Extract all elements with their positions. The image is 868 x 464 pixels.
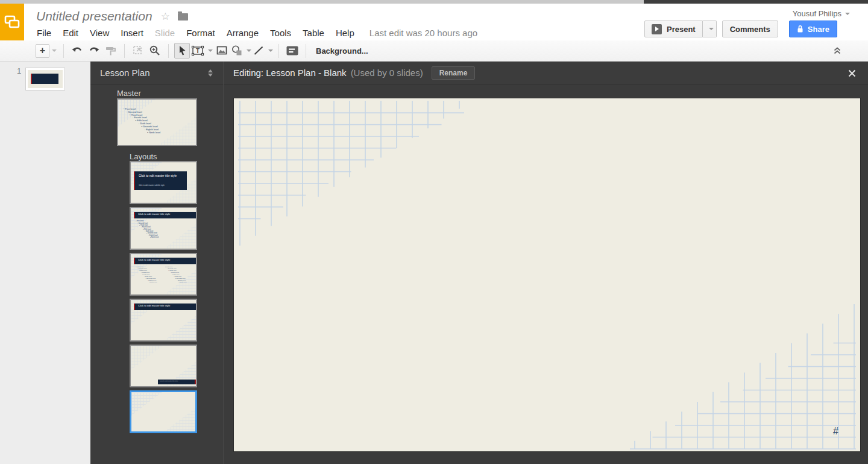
title-placeholder-bar: Click to edit master title style xyxy=(134,304,196,310)
layout-button[interactable] xyxy=(285,43,300,59)
insert-line-button[interactable] xyxy=(253,45,273,57)
paint-format-button[interactable] xyxy=(103,43,119,59)
last-edit-status[interactable]: Last edit was 20 hours ago xyxy=(370,28,477,38)
master-name[interactable]: Lesson Plan xyxy=(100,68,206,78)
chevron-down-icon xyxy=(709,28,714,30)
background-button[interactable]: Background... xyxy=(316,46,368,56)
star-icon[interactable]: ☆ xyxy=(161,10,170,23)
present-label: Present xyxy=(667,25,696,34)
share-label: Share xyxy=(808,25,829,34)
chevron-down-icon xyxy=(52,49,57,52)
slides-logo-icon xyxy=(3,13,21,31)
close-master-editor-button[interactable] xyxy=(845,66,858,80)
zoom-to-fit-button[interactable] xyxy=(130,43,146,59)
title-placeholder-box: Click to edit master title style Click t… xyxy=(134,171,186,190)
reorder-arrows-icon[interactable] xyxy=(206,68,215,78)
layout-thumbnail-caption[interactable]: Click to edit master title style xyxy=(130,345,197,387)
close-icon xyxy=(848,69,857,78)
subtitle-placeholder-text: Click to edit master subtitle style xyxy=(139,184,189,186)
layout-thumbnail-title-body[interactable]: Click to edit master title style ▪ First… xyxy=(130,207,197,250)
slide-canvas[interactable]: # xyxy=(234,98,860,451)
menu-slide: Slide xyxy=(155,28,175,38)
master-thumbnail[interactable]: ▪ First level◦ Second level▪ Third level… xyxy=(117,98,197,146)
menu-view[interactable]: View xyxy=(90,28,109,38)
toolbar-separator xyxy=(278,44,279,58)
slides-logo[interactable] xyxy=(0,4,24,40)
text-box-icon: T xyxy=(191,45,204,57)
select-tool-button[interactable] xyxy=(174,43,190,59)
insert-shape-button[interactable] xyxy=(231,45,251,57)
content-area: 1 Lesson Plan Master ▪ First level◦ Seco… xyxy=(0,62,868,464)
slide-number-placeholder: # xyxy=(833,426,838,437)
toolbar-separator xyxy=(168,44,169,58)
title-placeholder-text: Click to edit master title style xyxy=(138,212,197,215)
slide-filmstrip: 1 xyxy=(0,62,90,464)
editing-header-bar: Editing: Lesson Plan - Blank (Used by 0 … xyxy=(224,62,868,84)
master-layouts-panel: Lesson Plan Master ▪ First level◦ Second… xyxy=(90,62,223,464)
menu-insert[interactable]: Insert xyxy=(121,28,143,38)
chevron-down-icon xyxy=(208,49,213,52)
zoom-button[interactable] xyxy=(147,43,163,59)
thumb-corner-grid xyxy=(131,346,162,370)
folder-icon[interactable] xyxy=(178,13,188,21)
user-name: Yousuf Philips xyxy=(793,9,841,18)
layout-thumbnail-blank[interactable] xyxy=(130,390,197,433)
menu-format[interactable]: Format xyxy=(186,28,215,38)
account-menu[interactable]: Yousuf Philips xyxy=(793,9,850,18)
menu-file[interactable]: File xyxy=(37,28,51,38)
menu-tools[interactable]: Tools xyxy=(270,28,291,38)
hide-toolbar-button[interactable] xyxy=(832,45,843,59)
thumb-corner-grid xyxy=(165,316,196,340)
paint-roller-icon xyxy=(105,45,117,57)
window-top-strip xyxy=(0,0,868,4)
new-slide-button[interactable]: + xyxy=(36,44,49,58)
rename-button[interactable]: Rename xyxy=(432,66,476,80)
redo-button[interactable] xyxy=(86,43,102,59)
comments-button[interactable]: Comments xyxy=(722,21,778,37)
thumb-corner-grid xyxy=(165,408,195,431)
insert-image-button[interactable] xyxy=(214,43,230,59)
zoom-to-fit-icon xyxy=(132,45,144,57)
slide-title-box xyxy=(31,74,58,84)
master-bullet-list: ▪ First level◦ Second level▪ Third level… xyxy=(124,107,197,135)
collapse-chevrons-icon xyxy=(832,45,843,56)
menu-edit[interactable]: Edit xyxy=(63,28,78,38)
present-options-button[interactable] xyxy=(703,21,717,37)
layout-thumbnail-two-columns[interactable]: Click to edit master title style ▪ First… xyxy=(130,253,197,296)
toolbar-separator xyxy=(63,44,64,58)
slide-number: 1 xyxy=(17,66,21,75)
magnifier-icon xyxy=(149,45,161,57)
text-box-button[interactable]: T xyxy=(191,45,213,57)
menu-table[interactable]: Table xyxy=(303,28,324,38)
undo-icon xyxy=(71,45,83,57)
master-section-label: Master xyxy=(117,89,141,98)
lock-icon xyxy=(797,25,804,33)
chevron-down-icon xyxy=(247,49,251,52)
slide-1-thumbnail[interactable] xyxy=(25,68,65,91)
undo-button[interactable] xyxy=(69,43,85,59)
toolbar: + xyxy=(0,40,868,62)
layout-icon xyxy=(286,45,299,57)
line-icon xyxy=(253,45,265,57)
chevron-down-icon xyxy=(845,13,850,15)
image-icon xyxy=(216,45,228,57)
caption-placeholder-bar: Click to edit master title style xyxy=(158,380,196,385)
comments-label: Comments xyxy=(730,25,770,34)
toolbar-separator xyxy=(306,44,306,58)
present-button[interactable]: Present xyxy=(644,21,703,37)
title-placeholder-bar: Click to edit master title style xyxy=(134,258,196,264)
layout-thumbnail-title-slide[interactable]: Click to edit master title style Click t… xyxy=(130,161,197,204)
new-slide-options-button[interactable] xyxy=(50,44,58,58)
share-button[interactable]: Share xyxy=(789,21,837,37)
play-icon xyxy=(652,24,662,34)
title-placeholder-bar: Click to edit master title style xyxy=(134,212,196,218)
caption-placeholder-text: Click to edit master title style xyxy=(160,380,196,382)
window-top-strip-dark xyxy=(644,0,868,4)
title-placeholder-text: Click to edit master title style xyxy=(138,258,197,261)
layout-thumbnail-title-only[interactable]: Click to edit master title style xyxy=(130,299,197,342)
menu-arrange[interactable]: Arrange xyxy=(227,28,259,38)
document-title[interactable]: Untitled presentation xyxy=(36,9,153,24)
layouts-section-label: Layouts xyxy=(130,152,157,161)
chevron-down-icon xyxy=(268,49,273,52)
menu-help[interactable]: Help xyxy=(336,28,354,38)
